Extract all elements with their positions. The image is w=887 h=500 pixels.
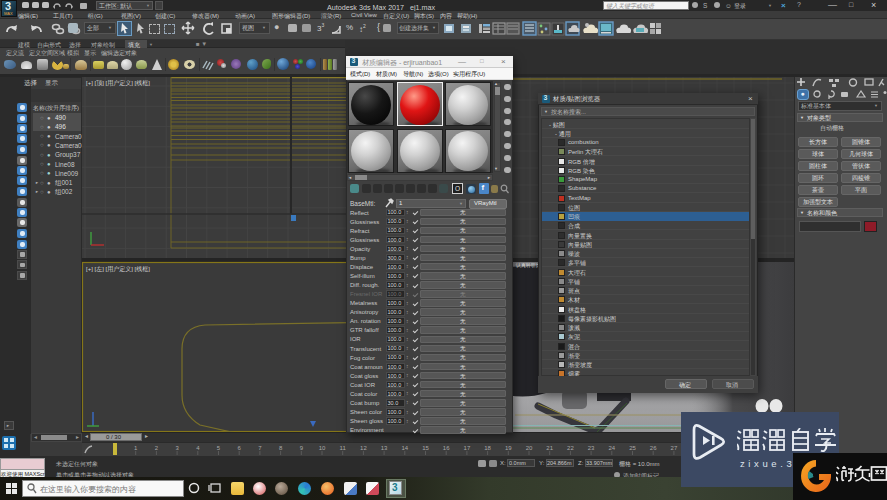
svg-text:8: 8 [279, 445, 283, 451]
svg-text:17: 17 [464, 445, 471, 451]
svg-text:7: 7 [258, 445, 262, 451]
svg-text:5: 5 [217, 445, 221, 451]
svg-text:21: 21 [546, 445, 553, 451]
svg-text:26: 26 [650, 445, 657, 451]
svg-text:3: 3 [175, 445, 179, 451]
svg-text:11: 11 [340, 445, 347, 451]
svg-text:22: 22 [567, 445, 574, 451]
svg-text:1: 1 [134, 445, 138, 451]
svg-text:19: 19 [505, 445, 512, 451]
svg-text:6: 6 [238, 445, 242, 451]
svg-text:12: 12 [360, 445, 367, 451]
svg-text:18: 18 [484, 445, 491, 451]
svg-text:2: 2 [155, 445, 159, 451]
svg-text:9: 9 [300, 445, 304, 451]
svg-text:27: 27 [671, 445, 678, 451]
svg-text:23: 23 [588, 445, 595, 451]
svg-text:4: 4 [196, 445, 200, 451]
svg-text:20: 20 [526, 445, 533, 451]
svg-text:15: 15 [422, 445, 429, 451]
svg-text:10: 10 [319, 445, 326, 451]
svg-text:13: 13 [381, 445, 388, 451]
svg-text:14: 14 [401, 445, 408, 451]
svg-text:16: 16 [443, 445, 450, 451]
svg-text:25: 25 [629, 445, 636, 451]
svg-text:24: 24 [608, 445, 615, 451]
